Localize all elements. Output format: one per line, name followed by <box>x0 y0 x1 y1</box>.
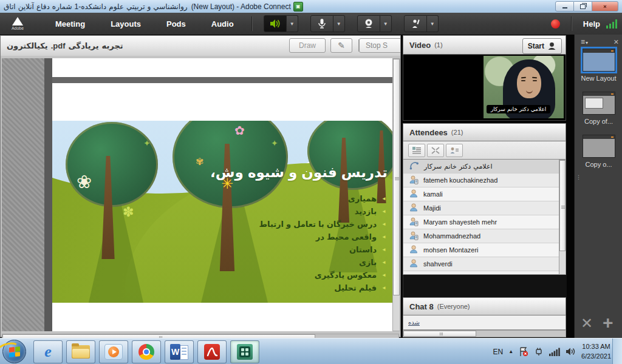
menu-audio[interactable]: Audio <box>199 14 247 34</box>
taskbar-adobe-connect[interactable] <box>230 340 259 363</box>
share-vertical-scrollbar[interactable] <box>392 58 400 331</box>
raise-hand-control[interactable]: ▼ <box>404 15 439 32</box>
hidden-icons-chevron[interactable]: ▲ <box>508 349 513 354</box>
minimize-button[interactable] <box>555 1 574 12</box>
chat-messages: شده <box>403 315 566 330</box>
action-center-flag-icon[interactable] <box>519 347 528 357</box>
column-horizontal-scrollbar[interactable] <box>403 330 566 337</box>
stop-sharing-button[interactable]: Stop S <box>359 38 400 53</box>
recording-indicator <box>551 19 560 29</box>
media-player-icon <box>104 344 123 360</box>
attendees-pod-header: Attendees (21) <box>403 123 566 141</box>
attendees-pod-title: Attendees <box>409 128 448 137</box>
bullet-marker-icon: ◄ <box>380 272 386 278</box>
layout-thumbnail-copy-o-[interactable] <box>583 135 615 158</box>
taskbar-media-player[interactable] <box>99 340 128 363</box>
sidebar-resize-handle[interactable]: ⋮ <box>576 174 581 180</box>
bullet-marker-icon: ◄ <box>380 234 386 240</box>
taskbar-internet-explorer[interactable]: e <box>33 340 63 363</box>
speaker-control[interactable]: ▼ <box>264 15 298 32</box>
flower-icon: ❀ <box>77 173 92 191</box>
show-desktop-button[interactable] <box>612 339 622 364</box>
webcam-feed: سركار خانم دكتر اعلامي <box>484 56 564 118</box>
connection-signal-icon[interactable] <box>606 19 617 29</box>
flower-icon: ✿ <box>234 124 245 136</box>
slide-bullet: همیاری◄ <box>198 192 386 205</box>
menu-meeting[interactable]: Meeting <box>43 14 98 34</box>
attendee-row[interactable]: mohsen Montazeri <box>403 243 566 257</box>
menu-items: MeetingLayoutsPodsAudio <box>43 14 247 34</box>
video-name-overlay: سركار خانم دكتر اعلامي <box>487 105 550 113</box>
network-signal-icon[interactable] <box>549 348 560 356</box>
microphone-dropdown[interactable]: ▼ <box>333 15 345 32</box>
add-layout-icon[interactable]: + <box>603 312 613 333</box>
bullet-marker-icon: ◄ <box>380 285 386 291</box>
microphone-control[interactable]: ▼ <box>310 15 345 32</box>
attendee-row[interactable]: Maryam shayesteh mehr <box>403 215 566 229</box>
taskbar-clock[interactable]: 10:33 AM 6/23/2021 <box>581 342 611 362</box>
attendees-scrollbar[interactable] <box>559 160 566 275</box>
language-indicator[interactable]: EN <box>493 348 503 356</box>
attendee-row[interactable]: سركار خانم دكتر اعلامي <box>403 160 566 174</box>
speaker-dropdown[interactable]: ▼ <box>287 15 298 32</box>
menu-pods[interactable]: Pods <box>154 14 199 34</box>
layout-thumbnail-new-layout[interactable] <box>583 49 615 72</box>
person-device-icon <box>409 231 419 241</box>
scrollbar-thumb[interactable] <box>403 331 476 337</box>
layout-thumbnail-copy-of-[interactable] <box>583 92 615 115</box>
attendee-row[interactable]: Mohammadnezhad <box>403 229 566 243</box>
breakout-view-icon[interactable] <box>427 144 444 157</box>
attendee-status-view-icon[interactable] <box>446 144 463 157</box>
right-pod-column: Video (1) Start سركار خانم <box>403 35 566 337</box>
flower-icon: ✽ <box>123 206 134 219</box>
slide-bullet: ارتباط و تعامل با خبرگان درس◄ <box>198 218 386 231</box>
restore-button[interactable] <box>574 1 592 12</box>
speaker-icon[interactable] <box>264 15 287 32</box>
webcam-icon[interactable] <box>357 15 380 32</box>
webcam-dropdown[interactable]: ▼ <box>380 15 392 32</box>
adobe-logo: Adobe <box>4 15 32 33</box>
slide-bullet: بازدید◄ <box>198 205 386 218</box>
attendee-row[interactable]: shahverdi <box>403 257 566 271</box>
taskbar-chrome[interactable] <box>132 340 161 363</box>
attendee-list-view-icon[interactable] <box>408 144 425 157</box>
slide-bullet: بازی◄ <box>198 256 386 269</box>
video-pod-header: Video (1) Start <box>403 35 566 55</box>
attendees-toolbar <box>403 141 566 160</box>
microphone-icon[interactable] <box>310 15 333 32</box>
layouts-close-icon[interactable]: ✕ <box>613 38 619 46</box>
person-device-icon <box>409 175 419 186</box>
scrollbar-thumb[interactable] <box>393 59 400 295</box>
taskbar-acrobat-reader[interactable] <box>197 340 227 363</box>
attendee-name: fatemeh kouchakinezhad <box>423 177 497 184</box>
power-plug-icon[interactable] <box>534 347 544 357</box>
menu-layouts[interactable]: Layouts <box>98 14 154 34</box>
close-button[interactable]: × <box>592 1 618 12</box>
chat-pod-title: Chat 8 <box>409 302 434 311</box>
scrollbar-thumb[interactable] <box>559 160 566 251</box>
help-menu[interactable]: Help <box>583 19 600 29</box>
layouts-menu-icon[interactable]: ≡▾ <box>581 38 589 46</box>
attendee-name: Maryam shayesteh mehr <box>423 218 497 226</box>
bullet-marker-icon: ◄ <box>380 221 386 227</box>
attendee-row[interactable]: kamali <box>403 187 566 201</box>
start-webcam-button[interactable]: Start <box>522 38 562 54</box>
bullet-marker-icon: ◄ <box>380 260 386 265</box>
raise-hand-dropdown[interactable]: ▼ <box>427 15 439 32</box>
attendee-row[interactable]: Majidi <box>403 201 566 215</box>
draw-button[interactable]: Draw <box>289 38 326 53</box>
chat-message[interactable]: شده <box>408 319 420 326</box>
bullet-marker-icon: ◄ <box>380 247 386 252</box>
webcam-control[interactable]: ▼ <box>357 15 392 32</box>
slide-bullet-list: همیاری◄بازدید◄ارتباط و تعامل با خبرگان د… <box>198 192 386 294</box>
volume-icon[interactable] <box>566 347 576 356</box>
taskbar-windows-explorer[interactable] <box>66 340 95 363</box>
taskbar-word[interactable]: W <box>165 340 194 363</box>
slide-bullet: داستان◄ <box>198 243 386 256</box>
word-icon: W <box>170 344 188 360</box>
raise-hand-icon[interactable] <box>404 15 427 32</box>
attendee-row[interactable]: fatemeh kouchakinezhad <box>403 174 566 187</box>
pods-close-icon[interactable]: ✕ <box>581 315 593 332</box>
pencil-icon[interactable]: ✎ <box>330 38 352 53</box>
layouts-sidebar: ≡▾ ✕ New LayoutCopy of...Copy o... ⋮ ✕ + <box>574 35 622 338</box>
